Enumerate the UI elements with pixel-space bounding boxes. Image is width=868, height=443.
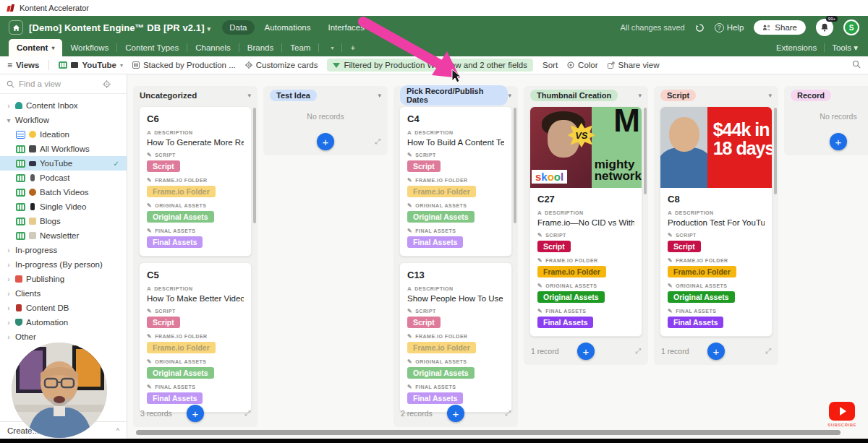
sidebar-item-newsletter[interactable]: Newsletter [0, 228, 127, 243]
column-header[interactable]: Thumbnail Creation ▾ [524, 86, 648, 105]
phone-icon [30, 203, 35, 210]
column-header[interactable]: Pick Record/Publish Dates ▾ [393, 86, 518, 105]
chevron-down-icon: ▾ [331, 45, 333, 51]
tab-channels[interactable]: Channels [187, 39, 239, 56]
search-icon[interactable] [852, 60, 861, 70]
stacked-by-button[interactable]: Stacked by Production ... [132, 61, 236, 69]
views-toggle-button[interactable]: ≡Views [7, 60, 39, 70]
column-script: Script ▾ $44k in18 days C8 ADESCRIPTION … [654, 86, 778, 365]
sidebar-section-content-db[interactable]: ›Content DB [0, 301, 127, 315]
sidebar-item-content-inbox[interactable]: ›Content Inbox [0, 98, 127, 113]
gear-icon[interactable] [103, 80, 111, 88]
base-title[interactable]: [Demo] Kontent Engine™ DB [PR v2.1]▾ [29, 22, 210, 33]
color-button[interactable]: Color [567, 61, 597, 69]
filter-icon [333, 63, 340, 68]
video-thumbnail: $44k in18 days [660, 107, 772, 188]
help-button[interactable]: ?Help [715, 23, 744, 33]
kanban-view-icon [16, 174, 25, 182]
horizontal-scrollbar[interactable] [136, 430, 841, 435]
record-count: 1 record [661, 347, 689, 356]
vs-burst: VS [568, 123, 595, 147]
newspaper-icon [29, 232, 36, 239]
column-header[interactable]: Record [784, 86, 868, 105]
expand-icon[interactable]: ⤢ [505, 409, 511, 418]
tab-interfaces[interactable]: Interfaces [320, 20, 372, 35]
column-header[interactable]: Test Idea ▾ [263, 86, 388, 105]
sidebar-section-in-progress[interactable]: ›In-progress [0, 243, 127, 257]
sidebar-section-clients[interactable]: ›Clients [0, 286, 127, 301]
tab-brands[interactable]: Brands [239, 39, 281, 56]
sidebar-item-single-video[interactable]: Single Video [0, 199, 127, 214]
kanban-view-icon [59, 61, 67, 69]
record-card-c27[interactable]: skool M mightynetworks VS C27 ADESCRIPTI… [529, 106, 642, 337]
record-card-c13[interactable]: C13 ADESCRIPTION Show People How To Use … [399, 262, 512, 413]
expand-icon[interactable]: ⤢ [765, 347, 771, 356]
lookup-field-icon: ✎ [537, 232, 542, 238]
text-field-icon: A [147, 285, 151, 292]
add-record-button[interactable]: + [707, 343, 725, 360]
sidebar-section-in-progress-by-person[interactable]: ›In-progress (By person) [0, 257, 127, 272]
sidebar-item-youtube[interactable]: YouTube✓ [0, 156, 127, 171]
sidebar-item-podcast[interactable]: Podcast [0, 171, 127, 185]
status-badge: Script [407, 160, 441, 172]
column-scrollbar[interactable] [774, 108, 777, 194]
nav-right: All changes saved ?Help Share 99+ S [620, 19, 859, 36]
share-view-button[interactable]: Share view [608, 61, 660, 69]
add-record-button[interactable]: + [187, 405, 204, 422]
notifications-bell-icon[interactable]: 99+ [816, 19, 833, 36]
tab-data[interactable]: Data [222, 20, 254, 35]
stack-icon [132, 61, 140, 69]
tab-workflows[interactable]: Workflows [62, 39, 116, 56]
find-view-input[interactable] [19, 79, 98, 88]
home-icon[interactable] [9, 20, 23, 35]
add-record-button[interactable]: + [317, 133, 334, 150]
sidebar-section-automation[interactable]: ›Automation [0, 315, 127, 330]
avatar[interactable]: S [843, 20, 859, 35]
column-header[interactable]: Uncategorized ▾ [133, 86, 258, 105]
record-card-c6[interactable]: C6 ADESCRIPTION How To Generate More Rev… [139, 106, 252, 257]
add-record-button[interactable]: + [577, 343, 595, 360]
column-scrollbar[interactable] [514, 108, 516, 223]
column-scrollbar[interactable] [253, 108, 256, 223]
tab-team[interactable]: Team [282, 39, 318, 56]
add-record-button[interactable]: + [447, 405, 464, 422]
tab-automations[interactable]: Automations [258, 20, 318, 35]
record-card-c4[interactable]: C4 ADESCRIPTION How To Build A Content T… [399, 106, 512, 257]
check-icon: ✓ [114, 160, 119, 168]
record-card-c5[interactable]: C5 ADESCRIPTION How To Make Better Video… [139, 262, 252, 413]
sidebar-item-all-workflows[interactable]: All Workflows [0, 142, 127, 156]
extensions-button[interactable]: Extensions [776, 43, 817, 52]
column-scrollbar[interactable] [644, 108, 647, 194]
sidebar-item-blogs[interactable]: Blogs [0, 214, 127, 228]
sort-button[interactable]: Sort [542, 61, 558, 69]
expand-icon[interactable]: ⤢ [635, 347, 641, 356]
calendar-icon [15, 275, 22, 283]
column-footer: 2 records + ⤢ [393, 404, 518, 423]
lookup-field-icon: ✎ [537, 257, 542, 264]
share-button[interactable]: Share [754, 20, 806, 35]
add-record-button[interactable]: + [830, 133, 847, 150]
sidebar-item-ideation[interactable]: Ideation [0, 127, 127, 142]
tab-content-types[interactable]: Content Types [117, 39, 187, 56]
tools-button[interactable]: Tools ▾ [832, 43, 858, 53]
sidebar-item-batch-videos[interactable]: Batch Videos [0, 185, 127, 199]
view-switcher[interactable]: YouTube ▾ [59, 61, 123, 69]
lookup-field-icon: ✎ [147, 384, 152, 390]
status-badge: Final Assets [668, 317, 723, 328]
customize-cards-button[interactable]: Customize cards [245, 61, 318, 69]
tab-content[interactable]: Content▾ [9, 39, 62, 56]
sidebar-section-publishing[interactable]: ›Publishing [0, 272, 127, 286]
add-table-button[interactable]: + [342, 39, 363, 56]
tables-dropdown[interactable]: ▾ [319, 39, 341, 56]
sidebar-section-workflow[interactable]: ▾Workflow [0, 113, 127, 127]
record-card-c8[interactable]: $44k in18 days C8 ADESCRIPTION Productio… [660, 106, 773, 337]
history-icon[interactable] [695, 23, 705, 33]
sidebar-section-other[interactable]: ›Other [0, 330, 127, 344]
filter-button[interactable]: Filtered by Production Workflow and 2 ot… [327, 59, 533, 72]
column-header[interactable]: Script ▾ [654, 86, 778, 105]
column-uncategorized: Uncategorized ▾ C6 ADESCRIPTION How To G… [133, 86, 258, 427]
expand-icon[interactable]: ⤢ [375, 137, 380, 146]
collapse-icon[interactable]: ^ [116, 427, 119, 434]
expand-icon[interactable]: ⤢ [244, 409, 250, 418]
subscribe-overlay[interactable]: SUBSCRIBE [827, 402, 856, 427]
